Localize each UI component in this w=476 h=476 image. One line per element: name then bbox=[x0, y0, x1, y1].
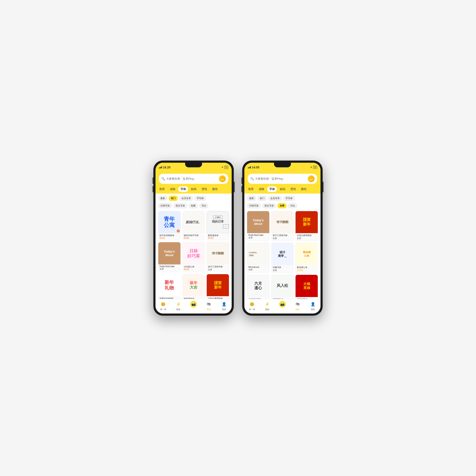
search-bar-r[interactable]: 🔍 大家都在搜「盐系Plog」 👑 会员 bbox=[248, 174, 317, 184]
tab-recommend-r[interactable]: 推荐 bbox=[246, 186, 256, 192]
bottom-nav-shop-r[interactable]: 🛍 商店 bbox=[294, 301, 301, 311]
left-phone: 16:20 ▼ 50 🔍 大家都在搜「盐系Plog」 👑 会员 推荐 滤镜 字体 bbox=[153, 161, 234, 316]
font-preview-8: 謹賀新年 bbox=[207, 274, 229, 296]
bottom-nav-slide-r[interactable]: 😊 滑一滑 bbox=[249, 301, 255, 311]
font-card-r-1[interactable]: 情书翻翻 造字工房情书体 免费 bbox=[271, 211, 294, 241]
power-btn[interactable] bbox=[234, 182, 235, 192]
font-grid-r: Today'sMood Rubik Bold Italic 免费 情书翻翻 造字… bbox=[244, 210, 321, 299]
filter-jpkr[interactable]: 日韩字体 bbox=[158, 203, 172, 208]
tab-filter[interactable]: 滤镜 bbox=[168, 186, 177, 192]
filter-calligraphy-r[interactable]: 书法 bbox=[288, 203, 297, 208]
notch bbox=[185, 163, 202, 167]
font-preview-r-6: 六月遗心 bbox=[247, 275, 269, 297]
font-card-3[interactable]: Today'sMood Rubik Bold Italic 免费 bbox=[158, 242, 181, 272]
status-left-r: 14:05 bbox=[248, 166, 259, 169]
filter-handwritten[interactable]: 手写体 bbox=[194, 196, 206, 201]
bottom-nav-template[interactable]: ⚡ 模板 bbox=[175, 301, 182, 311]
font-preview-r-1: 情书翻翻 bbox=[272, 211, 294, 233]
bottom-nav-profile-r[interactable]: 👤 我的 bbox=[309, 301, 316, 311]
volume-down-btn-r[interactable] bbox=[241, 186, 242, 192]
volume-up-btn[interactable] bbox=[153, 177, 153, 184]
header-r: 🔍 大家都在搜「盐系Plog」 👑 会员 bbox=[244, 172, 321, 186]
font-card-5[interactable]: 情书翻翻 造字工房情书体 免费 bbox=[206, 242, 229, 272]
volume-up-btn-r[interactable] bbox=[241, 177, 242, 184]
profile-icon: 👤 bbox=[221, 301, 227, 308]
filter-calligraphy[interactable]: 书法 bbox=[199, 203, 208, 208]
tab-filter-r[interactable]: 滤镜 bbox=[257, 186, 266, 192]
bottom-nav-shop[interactable]: 🛍 商店 bbox=[205, 301, 212, 311]
wifi-icon-r: ▼ bbox=[310, 166, 312, 168]
font-preview-r-8: 火锅英雄 bbox=[296, 275, 318, 297]
filter-hot[interactable]: 热门 bbox=[169, 196, 178, 201]
filter-vip[interactable]: 会员专享 bbox=[179, 196, 193, 201]
filter-free-r[interactable]: 免费 bbox=[277, 203, 287, 208]
tab-font[interactable]: 字体 bbox=[178, 186, 188, 192]
vip-badge[interactable]: 👑 会员 bbox=[219, 175, 226, 182]
tab-sticker[interactable]: 贴纸 bbox=[189, 186, 199, 192]
font-preview-4: 日林好巧茶 bbox=[183, 242, 205, 264]
filter-free[interactable]: 免费 bbox=[188, 203, 198, 208]
font-card-r-4[interactable]: 设计美学＿ 问藏书房 免费 bbox=[271, 243, 294, 273]
template-icon-r: ⚡ bbox=[264, 301, 271, 308]
filter-vip-r[interactable]: 会员专享 bbox=[268, 196, 282, 201]
font-card-1[interactable]: 孤独疗法。 默陌专辑手写体 ¥3.00 bbox=[182, 211, 205, 240]
font-card-4[interactable]: 日林好巧茶 汉仪甜心体 ¥3.00 bbox=[182, 242, 205, 272]
bottom-nav-slide[interactable]: 😊 滑一滑 bbox=[160, 301, 167, 311]
tab-wallpaper[interactable]: 壁纸 bbox=[200, 186, 209, 192]
font-card-r-6[interactable]: 六月遗心 汉仪阿尔茨海… 免费 bbox=[247, 275, 270, 299]
vip-badge-r[interactable]: 👑 会员 bbox=[308, 175, 315, 182]
tab-recommend[interactable]: 推荐 bbox=[157, 186, 167, 192]
font-card-0[interactable]: 青年公寓 新 励字笑语朗朗体 ¥3.00 bbox=[158, 211, 181, 240]
font-preview-6: 新年礼物 bbox=[158, 274, 180, 296]
tab-wallpaper-r[interactable]: 壁纸 bbox=[288, 186, 298, 192]
filter-english[interactable]: 英文字体 bbox=[173, 203, 187, 208]
power-btn-r[interactable] bbox=[323, 182, 323, 192]
slide-icon: 😊 bbox=[160, 301, 167, 308]
status-right-r: ▼ 68 bbox=[310, 166, 317, 169]
tab-color-r[interactable]: 颜色 bbox=[299, 186, 309, 192]
camera-icon-r: 📷 bbox=[279, 301, 286, 308]
tab-font-r[interactable]: 字体 bbox=[267, 186, 277, 192]
font-card-r-5[interactable]: 黄油漂心体 黄油漂心体 已安装 bbox=[295, 243, 318, 273]
font-info-0: 励字笑语朗朗体 ¥3.00 bbox=[158, 233, 180, 240]
font-card-r-7[interactable]: 风入松 禅意雪松体 免费 bbox=[271, 275, 294, 299]
time-display: 16:20 bbox=[163, 166, 170, 169]
bottom-nav-camera[interactable]: 📷 bbox=[190, 301, 197, 311]
filter-row-1-r: 最新 热门 会员专享 手写体 bbox=[244, 194, 321, 202]
font-card-6[interactable]: 新年礼物 华康连连体W4 ¥3.00 bbox=[158, 274, 181, 299]
volume-down-btn[interactable] bbox=[153, 186, 153, 192]
filter-latest[interactable]: 最新 bbox=[158, 196, 167, 201]
nav-tabs: 推荐 滤镜 字体 贴纸 壁纸 颜色 bbox=[155, 186, 232, 194]
bottom-nav-r: 😊 滑一滑 ⚡ 模板 📷 🛍 商店 👤 我的 bbox=[244, 299, 321, 314]
font-card-8[interactable]: 謹賀新年 文悦古典明朝体 免费 bbox=[206, 274, 229, 299]
font-card-7[interactable]: 鼠年大吉 默陌童画体 ¥3.00 bbox=[182, 274, 205, 299]
font-card-r-8[interactable]: 火锅英雄 喜鹊招牌体 免费 bbox=[295, 275, 318, 299]
filter-english-r[interactable]: 英文字体 bbox=[262, 203, 276, 208]
bottom-nav-profile[interactable]: 👤 我的 bbox=[221, 301, 227, 311]
slide-icon-r: 😊 bbox=[249, 301, 255, 308]
bottom-nav-camera-r[interactable]: 📷 bbox=[279, 301, 286, 311]
bottom-nav-template-r[interactable]: ⚡ 模板 bbox=[264, 301, 271, 311]
camera-icon: 📷 bbox=[190, 301, 197, 308]
filter-jpkr-r[interactable]: 日韩字体 bbox=[247, 203, 261, 208]
filter-hot-r[interactable]: 热门 bbox=[257, 196, 267, 201]
font-preview-1: 孤独疗法。 bbox=[183, 211, 205, 233]
search-input[interactable]: 大家都在搜「盐系Plog」 bbox=[166, 177, 218, 181]
tab-color[interactable]: 颜色 bbox=[210, 186, 220, 192]
font-preview-mechanical: London,1988. bbox=[247, 243, 269, 265]
status-right: ▼ 50 bbox=[221, 166, 228, 169]
font-card-r-2[interactable]: 謹賀新年 文悦古典明朝体 免费 bbox=[295, 211, 318, 241]
filter-handwritten-r[interactable]: 手写体 bbox=[283, 196, 295, 201]
filter-row-1: 最新 热门 会员专享 手写体 bbox=[155, 194, 232, 202]
time-display-r: 14:05 bbox=[252, 166, 259, 169]
font-card-mechanical[interactable]: London,1988. Mechanical 免费 bbox=[247, 243, 270, 273]
filter-latest-r[interactable]: 最新 bbox=[247, 196, 256, 201]
search-input-r[interactable]: 大家都在搜「盐系Plog」 bbox=[255, 177, 306, 181]
font-grid: 青年公寓 新 励字笑语朗朗体 ¥3.00 孤独疗法。 默陌专辑手写体 ¥3.00 bbox=[155, 210, 232, 299]
font-card-2[interactable]: ● REC 我的日常 」 默陌漫游体 ¥3.00 bbox=[206, 211, 229, 240]
tab-sticker-r[interactable]: 贴纸 bbox=[278, 186, 288, 192]
status-bar: 16:20 ▼ 50 bbox=[155, 163, 232, 172]
font-card-r-0[interactable]: Today'sMood Rubik Bold Italic 免费 bbox=[247, 211, 270, 241]
wifi-icon: ▼ bbox=[221, 166, 223, 168]
search-bar[interactable]: 🔍 大家都在搜「盐系Plog」 👑 会员 bbox=[159, 174, 228, 184]
